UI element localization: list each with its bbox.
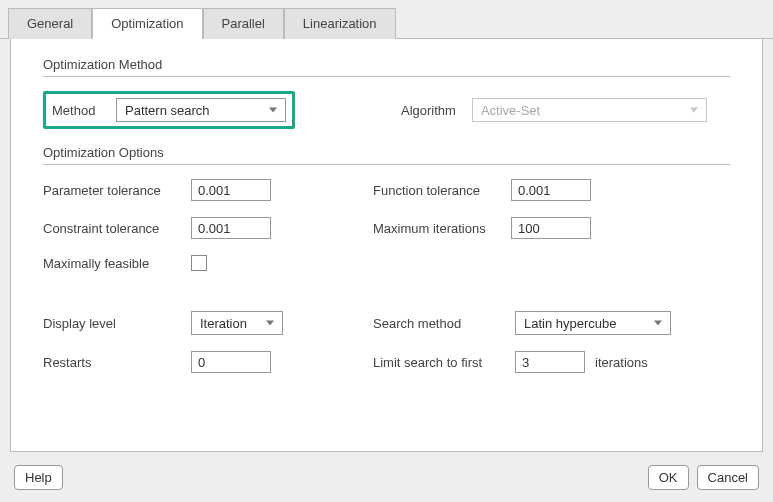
divider: [43, 164, 730, 165]
func-tol-label: Function tolerance: [373, 183, 501, 198]
max-feas-label: Maximally feasible: [43, 256, 181, 271]
max-iter-input[interactable]: [511, 217, 591, 239]
method-select[interactable]: Pattern search: [116, 98, 286, 122]
tab-general[interactable]: General: [8, 8, 92, 39]
cons-tol-label: Constraint tolerance: [43, 221, 181, 236]
cancel-button[interactable]: Cancel: [697, 465, 759, 490]
param-tol-input[interactable]: [191, 179, 271, 201]
method-highlight: Method Pattern search: [43, 91, 295, 129]
ok-button[interactable]: OK: [648, 465, 689, 490]
section-title-options: Optimization Options: [43, 145, 730, 160]
limit-search-input[interactable]: [515, 351, 585, 373]
section-title-method: Optimization Method: [43, 57, 730, 72]
search-method-value: Latin hypercube: [524, 316, 617, 331]
max-iter-label: Maximum iterations: [373, 221, 501, 236]
param-tol-label: Parameter tolerance: [43, 183, 181, 198]
chevron-down-icon: [690, 108, 698, 113]
help-button[interactable]: Help: [14, 465, 63, 490]
func-tol-input[interactable]: [511, 179, 591, 201]
display-level-label: Display level: [43, 316, 181, 331]
restarts-input[interactable]: [191, 351, 271, 373]
chevron-down-icon: [269, 108, 277, 113]
search-method-label: Search method: [373, 316, 505, 331]
tab-bar: General Optimization Parallel Linearizat…: [0, 0, 773, 39]
method-label: Method: [52, 103, 106, 118]
algorithm-label: Algorithm: [401, 103, 456, 118]
limit-search-suffix: iterations: [595, 355, 648, 370]
chevron-down-icon: [654, 321, 662, 326]
search-method-select[interactable]: Latin hypercube: [515, 311, 671, 335]
algorithm-select: Active-Set: [472, 98, 707, 122]
display-level-select[interactable]: Iteration: [191, 311, 283, 335]
tab-linearization[interactable]: Linearization: [284, 8, 396, 39]
divider: [43, 76, 730, 77]
algorithm-select-value: Active-Set: [481, 103, 540, 118]
max-feas-checkbox[interactable]: [191, 255, 207, 271]
tab-content-optimization: Optimization Method Method Pattern searc…: [10, 39, 763, 452]
method-select-value: Pattern search: [125, 103, 210, 118]
tab-parallel[interactable]: Parallel: [203, 8, 284, 39]
chevron-down-icon: [266, 321, 274, 326]
limit-search-label: Limit search to first: [373, 355, 505, 370]
restarts-label: Restarts: [43, 355, 181, 370]
options-dialog: General Optimization Parallel Linearizat…: [0, 0, 773, 502]
cons-tol-input[interactable]: [191, 217, 271, 239]
display-level-value: Iteration: [200, 316, 247, 331]
dialog-button-bar: Help OK Cancel: [0, 465, 773, 490]
tab-optimization[interactable]: Optimization: [92, 8, 202, 39]
